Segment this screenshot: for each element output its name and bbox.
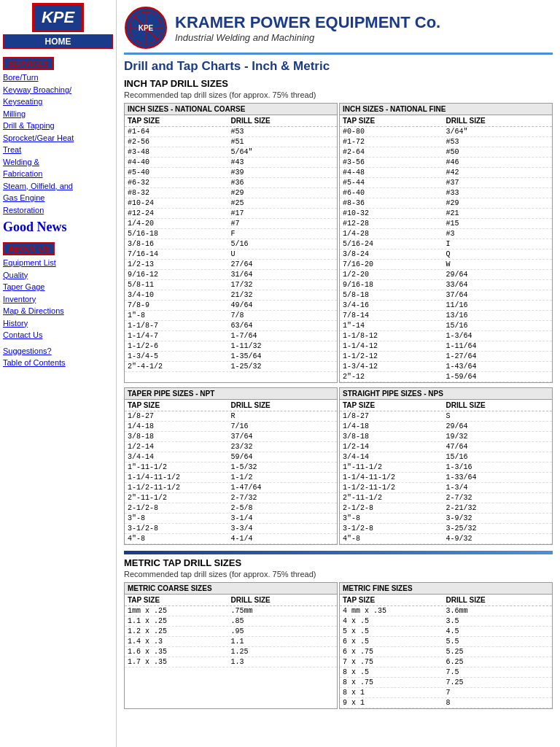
sidebar-link-gasengine[interactable]: Gas Engine: [3, 192, 113, 204]
table-row: #5-44#37: [340, 178, 552, 188]
sidebar-link-treat[interactable]: Treat: [3, 144, 113, 156]
table-row: 9/16-1231/64: [125, 270, 337, 280]
table-row: #5-40#39: [125, 168, 337, 178]
table-row: 6 x .55.5: [340, 637, 552, 647]
company-name: KRAMER POWER EQUIPMENT Co.: [175, 13, 440, 32]
national-coarse-header: INCH SIZES - NATIONAL COARSE: [125, 104, 337, 115]
table-row: 1-3/4-51-35/64: [125, 352, 337, 362]
home-button[interactable]: HOME: [3, 34, 113, 49]
straight-pipe-header: STRAIGHT PIPE SIZES - NPS: [340, 388, 552, 400]
main-content: KPE KRAMER POWER EQUIPMENT Co. Industria…: [117, 0, 560, 747]
table-row: #12-28#15: [340, 219, 552, 229]
national-coarse-table: INCH SIZES - NATIONAL COARSE TAP SIZE DR…: [124, 103, 338, 383]
table-row: #10-24#25: [125, 198, 337, 209]
sp-col1: TAP SIZE: [343, 401, 446, 409]
inch-section-title: INCH TAP DRILL SIZES: [124, 78, 553, 89]
company-logo: KPE: [124, 6, 168, 50]
metric-coarse-header: METRIC COARSE SIZES: [125, 583, 337, 595]
metric-section: METRIC TAP DRILL SIZES Recommended tap d…: [124, 557, 553, 709]
table-row: #6-40#33: [340, 188, 552, 198]
metric-coarse-rows: 1mm x .25.75mm1.1 x .25.851.2 x .25.951.…: [125, 606, 337, 667]
table-row: 3-1/2-83-3/4: [125, 524, 337, 534]
table-row: 4 mm x .353.6mm: [340, 606, 552, 616]
sidebar-link-suggestions[interactable]: Suggestions?: [3, 345, 113, 357]
good-news-link[interactable]: Good News: [3, 220, 113, 235]
table-row: 8 x 17: [340, 688, 552, 698]
services-header: SERVICES: [3, 57, 54, 70]
table-row: 1.7 x .351.3: [125, 657, 337, 667]
sidebar-link-toc[interactable]: Table of Contents: [3, 357, 113, 369]
national-coarse-cols: TAP SIZE DRILL SIZE: [125, 115, 337, 127]
table-row: 4"-84-9/32: [340, 534, 552, 544]
table-row: 2-1/2-82-21/32: [340, 503, 552, 514]
table-row: 7/16-20W: [340, 260, 552, 270]
table-row: 1/2-1447/64: [340, 442, 552, 452]
sidebar-link-keyseating[interactable]: Keyseating: [3, 96, 113, 108]
table-row: 3/4-1415/16: [340, 452, 552, 462]
blue-divider: [124, 551, 553, 554]
table-row: 3/8-24Q: [340, 249, 552, 260]
company-info: KRAMER POWER EQUIPMENT Co. Industrial We…: [175, 13, 440, 43]
metric-fine-cols: TAP SIZE DRILL SIZE: [340, 595, 552, 606]
table-row: 1-3/4-121-43/64: [340, 362, 552, 372]
sidebar-link-restoration[interactable]: Restoration: [3, 204, 113, 217]
table-row: 1-1/2-121-27/64: [340, 352, 552, 362]
table-row: 1"-11-1/21-5/32: [125, 462, 337, 473]
table-row: 1"-1415/16: [340, 321, 552, 331]
table-row: #3-56#46: [340, 158, 552, 168]
header-area: KPE KRAMER POWER EQUIPMENT Co. Industria…: [124, 6, 553, 55]
table-row: 3/4-1021/32: [125, 290, 337, 301]
sidebar-link-drill[interactable]: Drill & Tapping: [3, 120, 113, 132]
table-row: 1/2-1327/64: [125, 260, 337, 270]
table-row: 5/8-1117/32: [125, 280, 337, 290]
sidebar-link-steam[interactable]: Steam, Oilfield, and: [3, 180, 113, 193]
sidebar-link-contact[interactable]: Contact Us: [3, 329, 113, 341]
table-row: 8 x .757.25: [340, 678, 552, 688]
table-row: 3/4-1459/64: [125, 452, 337, 462]
table-row: #10-32#21: [340, 209, 552, 219]
sidebar-link-quality[interactable]: Quality: [3, 269, 113, 282]
sidebar-link-keyway[interactable]: Keyway Broaching/: [3, 84, 113, 96]
table-row: #8-32#29: [125, 188, 337, 198]
metric-section-desc: Recommended tap drill sizes (for approx.…: [124, 570, 553, 578]
table-row: 6 x .755.25: [340, 647, 552, 657]
table-row: 1mm x .25.75mm: [125, 606, 337, 616]
table-row: 1/2-1423/32: [125, 442, 337, 452]
inch-section-desc: Recommended tap drill sizes (for approx.…: [124, 90, 553, 99]
sidebar-link-bore[interactable]: Bore/Turn: [3, 71, 113, 84]
about-header: ABOUT US: [3, 242, 55, 255]
straight-pipe-cols: TAP SIZE DRILL SIZE: [340, 400, 552, 411]
services-links: Bore/Turn Keyway Broaching/ Keyseating M…: [3, 71, 113, 216]
about-links: Equipment List Quality Taper Gage Invent…: [3, 257, 113, 341]
sidebar-link-fabrication[interactable]: Fabrication: [3, 168, 113, 180]
sidebar-link-taper[interactable]: Taper Gage: [3, 281, 113, 293]
table-row: 2"-11-1/22-7/32: [125, 493, 337, 503]
table-row: 1"-87/8: [125, 311, 337, 321]
sidebar-link-inventory[interactable]: Inventory: [3, 293, 113, 306]
taper-pipe-header: TAPER PIPE SIZES - NPT: [125, 388, 337, 400]
table-row: 3/4-1611/16: [340, 301, 552, 311]
company-tagline: Industrial Welding and Machining: [175, 32, 440, 43]
logo-area: KPE HOME: [3, 3, 113, 49]
table-row: 1/4-28#3: [340, 229, 552, 239]
taper-pipe-cols: TAP SIZE DRILL SIZE: [125, 400, 337, 411]
sidebar-link-welding[interactable]: Welding &: [3, 156, 113, 169]
sidebar-link-sprocket[interactable]: Sprocket/Gear Heat: [3, 132, 113, 144]
table-row: 9/16-1833/64: [340, 280, 552, 290]
metric-section-title: METRIC TAP DRILL SIZES: [124, 557, 553, 568]
table-row: 2-1/2-82-5/8: [125, 503, 337, 514]
table-row: 1-1/4-11-1/21-1/2: [125, 473, 337, 483]
table-row: #0-803/64": [340, 127, 552, 137]
table-row: 3"-83-9/32: [340, 514, 552, 524]
sidebar-link-map[interactable]: Map & Directions: [3, 305, 113, 317]
table-row: 7/16-14U: [125, 249, 337, 260]
metric-tables-grid: METRIC COARSE SIZES TAP SIZE DRILL SIZE …: [124, 582, 553, 709]
sidebar-link-milling[interactable]: Milling: [3, 108, 113, 120]
table-row: #3-485/64": [125, 147, 337, 158]
table-row: 3/8-1837/64: [125, 432, 337, 442]
metric-fine-header: METRIC FINE SIZES: [340, 583, 552, 595]
table-row: 4"-84-1/4: [125, 534, 337, 544]
sidebar-link-equipment[interactable]: Equipment List: [3, 257, 113, 269]
sidebar-link-history[interactable]: History: [3, 317, 113, 330]
table-row: #4-40#43: [125, 158, 337, 168]
